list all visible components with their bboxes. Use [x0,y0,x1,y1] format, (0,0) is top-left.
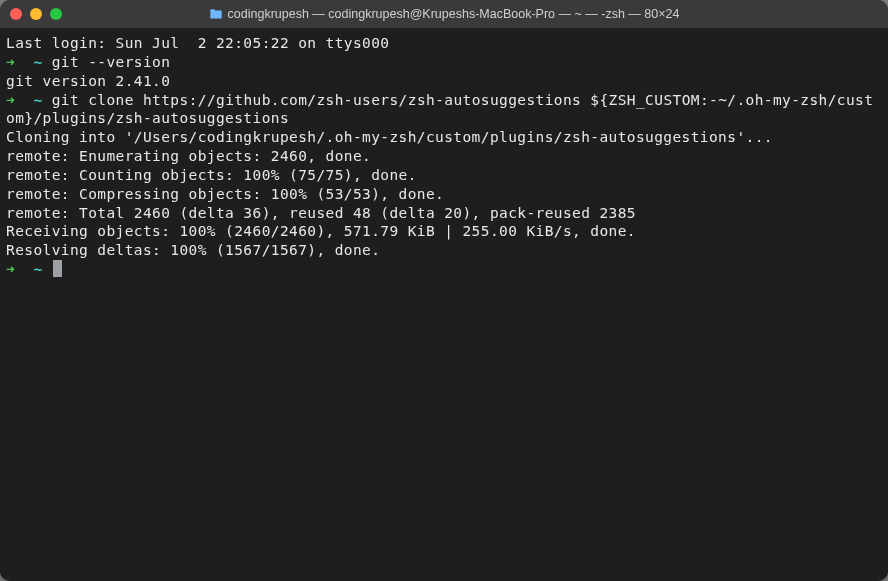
output-line: Cloning into '/Users/codingkrupesh/.oh-m… [6,128,882,147]
output-line: git version 2.41.0 [6,72,882,91]
window-title: codingkrupesh — codingkrupesh@Krupeshs-M… [0,7,888,21]
titlebar[interactable]: codingkrupesh — codingkrupesh@Krupeshs-M… [0,0,888,28]
output-line: remote: Enumerating objects: 2460, done. [6,147,882,166]
folder-icon [209,7,223,21]
prompt-line: ➜ ~ git clone https://github.com/zsh-use… [6,91,882,129]
minimize-button[interactable] [30,8,42,20]
prompt-cwd: ~ [33,92,42,108]
terminal-window: codingkrupesh — codingkrupesh@Krupeshs-M… [0,0,888,581]
output-line: Receiving objects: 100% (2460/2460), 571… [6,222,882,241]
close-button[interactable] [10,8,22,20]
output-line: remote: Total 2460 (delta 36), reused 48… [6,204,882,223]
window-title-text: codingkrupesh — codingkrupesh@Krupeshs-M… [228,7,680,21]
prompt-line: ➜ ~ git --version [6,53,882,72]
output-line: Last login: Sun Jul 2 22:05:22 on ttys00… [6,34,882,53]
maximize-button[interactable] [50,8,62,20]
output-line: Resolving deltas: 100% (1567/1567), done… [6,241,882,260]
prompt-arrow-icon: ➜ [6,261,15,277]
prompt-arrow-icon: ➜ [6,54,15,70]
prompt-arrow-icon: ➜ [6,92,15,108]
output-line: remote: Counting objects: 100% (75/75), … [6,166,882,185]
prompt-cwd: ~ [33,261,42,277]
cursor [53,260,62,277]
terminal-body[interactable]: Last login: Sun Jul 2 22:05:22 on ttys00… [0,28,888,581]
prompt-line: ➜ ~ [6,260,882,279]
window-controls [10,8,62,20]
output-line: remote: Compressing objects: 100% (53/53… [6,185,882,204]
prompt-cwd: ~ [33,54,42,70]
command-text: git clone https://github.com/zsh-users/z… [6,92,873,127]
command-text: git --version [52,54,171,70]
